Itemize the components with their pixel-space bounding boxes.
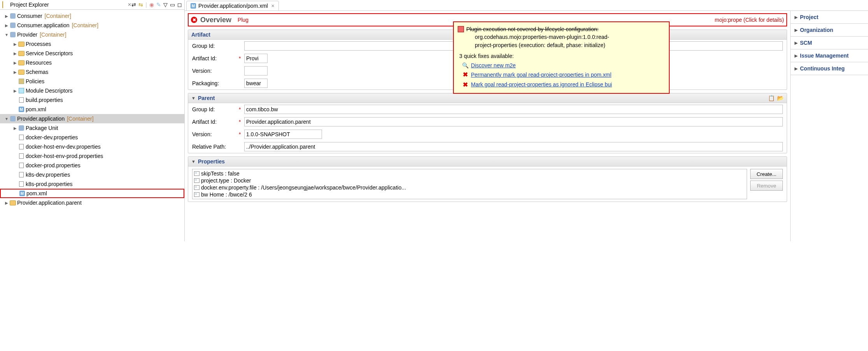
editor-tab-label: Provider.application/pom.xml [198,3,268,9]
explorer-close-icon[interactable]: ✕ [128,2,131,7]
project-tree[interactable]: ▶Consumer[Container]▶Consumer.applicatio… [0,10,184,241]
quickfix-item[interactable]: 🔍Discover new m2e [462,61,665,69]
parent-relpath-input[interactable] [244,142,783,151]
side-sections-column: ▶Project▶Organization▶SCM▶Issue Manageme… [790,11,868,241]
folder-icon [18,60,25,66]
tree-item[interactable]: docker-host-env-prod.properties [0,151,184,161]
tree-arrow-icon[interactable]: ▼ [4,117,9,121]
parent-header[interactable]: ▼ Parent 📋 📂 [188,93,787,103]
filter-icon[interactable]: ✎ [156,2,161,8]
focus-icon[interactable]: ◉ [149,2,154,8]
tree-arrow-icon[interactable]: ▶ [4,201,9,205]
parent-artifact-input[interactable] [244,117,783,126]
side-section-scm[interactable]: ▶SCM [791,37,868,49]
tooltip-line3: project-properties (execution: default, … [475,42,605,48]
tree-item[interactable]: ▶Provider.application.parent [0,198,184,207]
tree-item-label: Schemas [26,69,48,75]
twisty-icon[interactable]: ▶ [794,15,798,20]
property-item[interactable]: project.type : Docker [193,177,746,184]
tree-item[interactable]: ▼Provider[Container] [0,30,184,39]
tree-item[interactable]: ▶Service Descriptors [0,49,184,58]
tree-arrow-icon[interactable]: ▶ [4,14,9,18]
tree-arrow-icon[interactable]: ▼ [4,33,9,37]
property-item[interactable]: skipTests : false [193,170,746,177]
project-explorer-panel: Project Explorer ✕ ⇄ ⇆ | ◉ ✎ ▽ ▭ ◻ ▶Cons… [0,0,185,241]
tree-item[interactable]: ▶Resources [0,58,184,67]
parent-group-input[interactable] [244,105,783,114]
twisty-icon[interactable]: ▶ [794,53,798,58]
editor-tab-pom[interactable]: M Provider.application/pom.xml ✕ [186,1,279,11]
tree-item-label: Provider.application [17,116,65,122]
side-section-organization[interactable]: ▶Organization [791,24,868,37]
artifact-packaging-input[interactable] [244,79,268,88]
tree-item[interactable]: k8s-dev.properties [0,170,184,179]
tree-item[interactable]: docker-host-env-dev.properties [0,142,184,151]
properties-header[interactable]: ▼ Properties [188,157,787,167]
tree-item[interactable]: build.properties [0,95,184,105]
side-section-continuous-integ[interactable]: ▶Continuous Integ [791,62,868,75]
maximize-icon[interactable]: ◻ [177,2,182,8]
tooltip-line2: org.codehaus.mojo:properties-maven-plugi… [475,34,609,40]
tree-item-suffix: [Container] [72,22,98,28]
artifact-id-label: Artifact Id: [192,55,239,61]
quickfix-link[interactable]: Discover new m2e [471,61,516,69]
tree-item[interactable]: Mpom.xml [0,189,184,198]
minimize-icon[interactable]: ▭ [170,2,175,8]
xml-tag-icon [194,185,200,190]
tree-item[interactable]: Mpom.xml [0,105,184,114]
tree-arrow-icon[interactable]: ▶ [12,70,18,74]
tree-item[interactable]: k8s-prod.properties [0,179,184,189]
tree-item[interactable]: docker-prod.properties [0,161,184,170]
properties-section: ▼ Properties skipTests : falseproject.ty… [188,156,787,202]
side-section-project[interactable]: ▶Project [791,11,868,24]
tree-arrow-icon[interactable]: ▶ [12,89,18,93]
tree-item[interactable]: ▼Provider.application[Container] [0,114,184,123]
twisty-icon[interactable]: ▶ [794,40,798,46]
tree-item[interactable]: ▶Consumer.application[Container] [0,21,184,30]
remove-property-button[interactable]: Remove [750,181,783,191]
packaging-label: Packaging: [192,80,239,86]
twisty-icon[interactable]: ▶ [794,66,798,71]
tree-item-label: Processes [26,41,51,47]
tree-item[interactable]: ▶Consumer[Container] [0,11,184,21]
properties-list[interactable]: skipTests : falseproject.type : Dockerdo… [192,169,747,199]
quickfix-link[interactable]: Mark goal read-project-properties as ign… [471,81,612,88]
parent-group-label: Group Id: [192,106,239,112]
create-property-button[interactable]: Create... [750,169,783,179]
tab-close-icon[interactable]: ✕ [271,4,275,9]
tree-arrow-icon[interactable]: ▶ [12,42,18,46]
side-section-issue-management[interactable]: ▶Issue Management [791,49,868,62]
tree-item[interactable]: Policies [0,77,184,86]
view-menu-icon[interactable]: ▽ [163,2,168,8]
tooltip-line1: Plugin execution not covered by lifecycl… [466,26,598,32]
quickfix-link[interactable]: Permanently mark goal read-project-prope… [471,71,611,79]
twisty-icon[interactable]: ▼ [191,159,196,164]
parent-open-icon[interactable]: 📂 [777,95,784,101]
tree-item[interactable]: ▶Schemas [0,67,184,77]
twisty-icon[interactable]: ▼ [191,96,196,100]
twisty-icon[interactable]: ▶ [794,28,798,33]
quickfix-item[interactable]: ✖Permanently mark goal read-project-prop… [462,70,665,79]
tree-item[interactable]: ▶Module Descriptors [0,86,184,95]
tree-arrow-icon[interactable]: ▶ [12,126,18,130]
property-item[interactable]: bw Home : /bwce/2 6 [193,191,746,198]
tree-arrow-icon[interactable]: ▶ [12,61,18,65]
tree-item[interactable]: docker-dev.properties [0,133,184,142]
parent-select-icon[interactable]: 📋 [768,95,775,101]
property-text: skipTests : false [201,170,240,177]
link-editor-icon[interactable]: ⇆ [138,2,143,8]
quickfix-item[interactable]: ✖Mark goal read-project-properties as ig… [462,80,665,89]
tree-arrow-icon[interactable]: ▶ [4,23,9,28]
side-section-label: Continuous Integ [800,65,845,72]
quickfix-count: 3 quick fixes available: [459,52,665,60]
parent-version-label: Version: [192,131,239,137]
property-item[interactable]: docker.env.property.file : /Users/jeongs… [193,184,746,191]
tree-item[interactable]: ▶Processes [0,39,184,49]
artifact-version-input[interactable] [244,66,268,75]
collapse-all-icon[interactable]: ⇄ [131,2,136,8]
parent-version-input[interactable] [244,130,322,139]
tree-item[interactable]: ▶Package Unit [0,123,184,133]
tree-item-label: Provider.application.parent [17,200,82,206]
tree-arrow-icon[interactable]: ▶ [12,51,18,56]
artifact-id-input[interactable] [244,54,268,63]
